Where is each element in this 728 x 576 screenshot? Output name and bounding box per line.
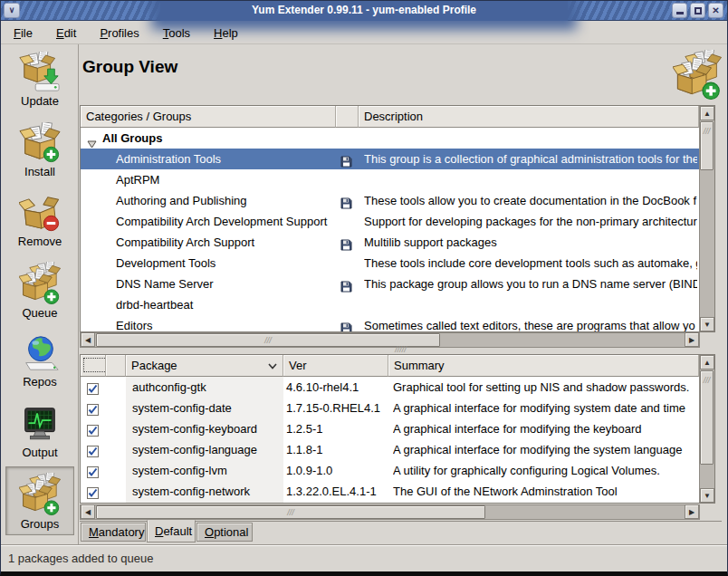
group-row[interactable]: Authoring and Publishing These tools all… bbox=[81, 190, 699, 211]
scroll-down-icon[interactable]: ▼ bbox=[700, 488, 714, 503]
sidebar-label: Install bbox=[24, 165, 55, 178]
sidebar-label: Repos bbox=[23, 375, 57, 389]
sidebar-item-remove[interactable]: Remove bbox=[5, 192, 74, 248]
queue-icon bbox=[19, 262, 61, 305]
scroll-up-icon[interactable]: ▲ bbox=[700, 106, 714, 120]
scrollbar-thumb[interactable]: /// bbox=[96, 505, 485, 519]
column-header-package[interactable]: Package bbox=[126, 355, 283, 377]
window-menu-icon[interactable]: ∨ bbox=[4, 3, 20, 18]
tab-default[interactable]: Default bbox=[147, 520, 196, 542]
package-row[interactable]: system-config-date 1.7.15-0.RHEL4.1 A gr… bbox=[81, 398, 699, 418]
scrollbar-thumb[interactable]: /// bbox=[700, 370, 714, 465]
scrollbar-thumb[interactable]: /// bbox=[700, 121, 714, 170]
group-row[interactable]: Compatibility Arch Development Support S… bbox=[81, 211, 699, 232]
statusbar: 1 packages added to queue bbox=[1, 544, 727, 572]
pane-splitter[interactable]: ///// bbox=[80, 347, 722, 354]
groups-icon bbox=[19, 473, 61, 516]
install-icon bbox=[19, 122, 61, 164]
package-row[interactable]: system-config-keyboard 1.2.5-1 A graphic… bbox=[81, 418, 699, 439]
sidebar-label: Queue bbox=[22, 306, 57, 320]
menu-tools[interactable]: Tools bbox=[163, 26, 190, 40]
sidebar-item-update[interactable]: Update bbox=[5, 52, 74, 108]
sidebar-item-repos[interactable]: Repos bbox=[5, 332, 74, 389]
column-header-description[interactable]: Description bbox=[359, 106, 699, 128]
tab-mandatory[interactable]: Mandatory bbox=[81, 523, 146, 542]
package-table: Package Ver Summary authconfig-gtk 4.6.1… bbox=[80, 354, 715, 504]
remove-icon bbox=[19, 192, 61, 234]
group-row-all-groups[interactable]: All Groups bbox=[81, 128, 699, 149]
package-row[interactable]: system-config-lvm 1.0.9-1.0 A utility fo… bbox=[81, 460, 699, 481]
sidebar-label: Remove bbox=[18, 235, 62, 248]
column-header-summary[interactable]: Summary bbox=[388, 355, 699, 377]
menu-file[interactable]: File bbox=[14, 26, 33, 40]
group-type-tabs: Mandatory Default Optional bbox=[80, 521, 722, 544]
package-row[interactable]: system-config-language 1.1.8-1 A graphic… bbox=[81, 439, 699, 460]
group-row[interactable]: Development Tools These tools include co… bbox=[81, 253, 699, 274]
group-vertical-scrollbar[interactable]: ▲ /// ▼ bbox=[699, 106, 714, 331]
output-icon bbox=[19, 403, 61, 445]
package-row[interactable]: authconfig-gtk 4.6.10-rhel4.1 Graphical … bbox=[81, 377, 699, 398]
menu-help[interactable]: Help bbox=[214, 26, 238, 40]
group-row[interactable]: Compatibility Arch Support Multilib supp… bbox=[81, 232, 699, 253]
group-view-header-icon bbox=[673, 50, 722, 104]
group-row-selected[interactable]: Administration Tools This group is a col… bbox=[81, 149, 699, 169]
tab-optional[interactable]: Optional bbox=[196, 523, 253, 542]
group-row[interactable]: AptRPM bbox=[81, 169, 699, 190]
package-rows: authconfig-gtk 4.6.10-rhel4.1 Graphical … bbox=[81, 377, 699, 503]
group-horizontal-scrollbar[interactable]: ◀ /// ▶ bbox=[80, 332, 700, 348]
sidebar-item-output[interactable]: Output bbox=[5, 403, 74, 459]
sidebar-item-groups[interactable]: Groups bbox=[5, 466, 74, 535]
scroll-up-icon[interactable]: ▲ bbox=[700, 355, 714, 370]
close-icon[interactable]: ✕ bbox=[708, 3, 723, 18]
scroll-right-icon[interactable]: ▶ bbox=[685, 332, 699, 347]
column-header-ver[interactable]: Ver bbox=[283, 355, 388, 377]
page-title: Group View bbox=[82, 57, 177, 77]
repos-icon bbox=[19, 332, 61, 374]
group-row[interactable]: drbd-heartbeat bbox=[81, 294, 699, 315]
group-table: Categories / Groups Description All Grou… bbox=[80, 105, 715, 332]
scroll-left-icon[interactable]: ◀ bbox=[81, 332, 95, 347]
scroll-right-icon[interactable]: ▶ bbox=[685, 504, 699, 519]
titlebar[interactable]: Yum Extender 0.99.11 - yum-enabled Profi… bbox=[1, 1, 727, 21]
group-row[interactable]: DNS Name Server This package group allow… bbox=[81, 274, 699, 294]
menu-edit[interactable]: Edit bbox=[56, 26, 76, 40]
sidebar-label: Groups bbox=[21, 517, 60, 531]
sort-chevron-down-icon bbox=[268, 363, 277, 370]
window-title: Yum Extender 0.99.11 - yum-enabled Profi… bbox=[1, 1, 727, 21]
app-window: Yum Extender 0.99.11 - yum-enabled Profi… bbox=[0, 0, 728, 576]
column-header-marker[interactable] bbox=[336, 106, 359, 128]
scroll-down-icon[interactable]: ▼ bbox=[700, 317, 714, 331]
status-text: 1 packages added to queue bbox=[8, 552, 153, 565]
sidebar-item-install[interactable]: Install bbox=[5, 122, 74, 178]
sidebar-item-queue[interactable]: Queue bbox=[5, 262, 74, 320]
scroll-left-icon[interactable]: ◀ bbox=[81, 504, 95, 519]
sidebar-label: Update bbox=[21, 94, 59, 108]
sidebar-label: Output bbox=[22, 446, 57, 459]
menubar: File Edit Profiles Tools Help bbox=[1, 22, 727, 44]
scrollbar-thumb[interactable]: /// bbox=[96, 333, 440, 347]
menu-profiles[interactable]: Profiles bbox=[100, 26, 139, 40]
floppy-disk-icon bbox=[340, 320, 352, 331]
update-icon bbox=[19, 52, 61, 93]
column-header-spacer[interactable] bbox=[105, 355, 126, 377]
group-rows: All Groups Administration Tools This gro… bbox=[81, 128, 699, 331]
minimize-icon[interactable] bbox=[672, 3, 687, 18]
package-vertical-scrollbar[interactable]: ▲ /// ▼ bbox=[699, 355, 714, 503]
group-row[interactable]: Editors Sometimes called text editors, t… bbox=[81, 315, 699, 331]
package-horizontal-scrollbar[interactable]: ◀ /// ▶ bbox=[80, 504, 700, 520]
package-row[interactable]: system-config-network 1.3.22.0.EL.4.1-1 … bbox=[81, 481, 699, 502]
checkbox-checked[interactable] bbox=[87, 485, 99, 503]
maximize-icon[interactable] bbox=[690, 3, 705, 18]
sidebar: Update Install Remove Queue bbox=[1, 44, 79, 544]
column-header-categories-groups[interactable]: Categories / Groups bbox=[81, 106, 336, 128]
